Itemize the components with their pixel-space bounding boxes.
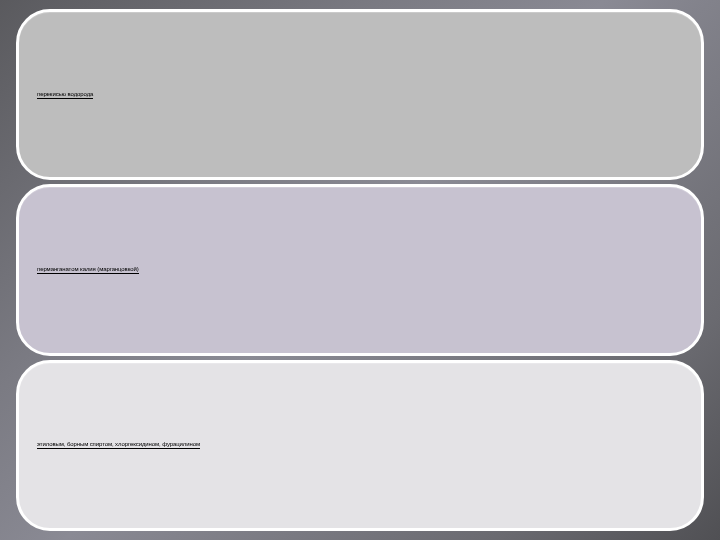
- slide-container: перекисью водорода перманганатом калия (…: [10, 5, 710, 535]
- card-2: перманганатом калия (марганцовкой): [16, 184, 704, 355]
- card-2-label: перманганатом калия (марганцовкой): [37, 266, 139, 274]
- card-3: этиловым, борным спиртом, хлоргексидином…: [16, 360, 704, 531]
- card-3-label: этиловым, борным спиртом, хлоргексидином…: [37, 441, 200, 449]
- card-1: перекисью водорода: [16, 9, 704, 180]
- card-1-label: перекисью водорода: [37, 91, 93, 99]
